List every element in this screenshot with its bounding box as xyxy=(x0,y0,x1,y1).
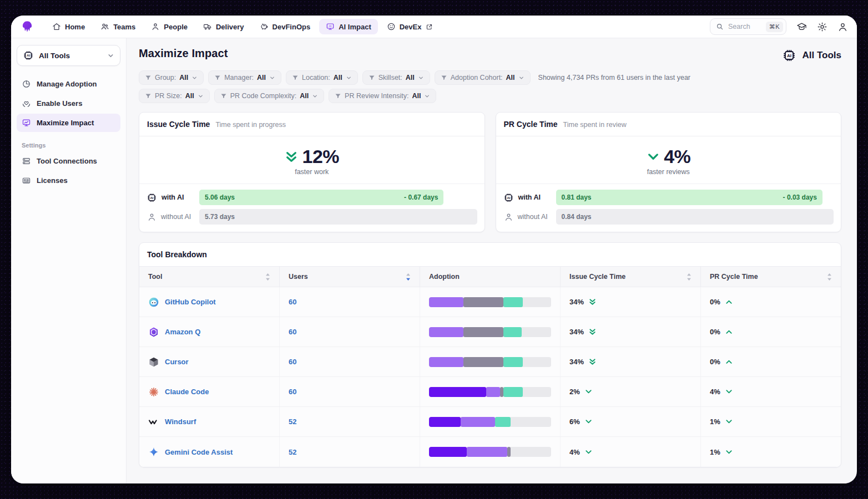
nav-item-label: Home xyxy=(65,23,85,31)
tool-selector-dropdown[interactable]: AI All Tools xyxy=(17,45,120,66)
adoption-bar xyxy=(429,447,551,457)
tool-link[interactable]: Cursor xyxy=(165,358,189,366)
delta-percentage: 12% xyxy=(302,146,339,167)
filter-group[interactable]: Group:All xyxy=(139,70,204,85)
chevron-down-icon xyxy=(424,93,430,99)
pr-trend-icon xyxy=(725,388,733,396)
filter-pr-size[interactable]: PR Size:All xyxy=(139,89,210,103)
pie-chart-icon xyxy=(22,79,31,89)
issue-trend-icon xyxy=(584,388,593,396)
tool-link[interactable]: Claude Code xyxy=(165,388,209,396)
issue-trend-icon xyxy=(588,358,597,366)
jellyfish-logo-icon[interactable] xyxy=(20,19,34,34)
funnel-icon xyxy=(292,74,299,81)
tool-link[interactable]: Windsurf xyxy=(165,417,196,426)
funnel-icon xyxy=(145,93,152,99)
pr-trend-icon xyxy=(725,417,733,426)
nav-item-label: People xyxy=(164,23,188,31)
with-ai-row: AI with AI 5.06 days - 0.67 days xyxy=(147,190,477,205)
sidebar-item-enable-users[interactable]: Enable Users xyxy=(17,94,120,113)
column-header-users[interactable]: Users xyxy=(280,267,420,287)
settings-gear-icon[interactable] xyxy=(817,22,827,32)
with-ai-row: AI with AI 0.81 days - 0.03 days xyxy=(503,190,834,205)
pr-trend-icon xyxy=(725,448,733,456)
sidebar-item-tool-connections[interactable]: Tool Connections xyxy=(17,152,120,170)
nav-item-ai-impact[interactable]: AI Impact xyxy=(319,19,378,34)
nav-item-devex[interactable]: DevEx xyxy=(380,19,440,34)
svg-text:AI: AI xyxy=(787,53,791,58)
without-ai-bar: 0.84 days xyxy=(556,209,834,225)
sidebar-item-manage-adoption[interactable]: Manage Adoption xyxy=(17,75,120,93)
person-icon xyxy=(504,212,513,222)
card-subtitle: Time spent in review xyxy=(563,121,627,129)
nav-item-label: AI Impact xyxy=(339,23,371,31)
column-header-pr-cycle-time[interactable]: PR Cycle Time xyxy=(701,267,841,287)
teams-icon xyxy=(100,22,109,31)
tool-link[interactable]: Gemini Code Assist xyxy=(165,448,233,456)
smiley-icon xyxy=(387,22,396,31)
search-shortcut-badge: ⌘K xyxy=(766,22,783,32)
with-ai-bar: 0.81 days - 0.03 days xyxy=(556,190,822,205)
academy-graduation-cap-icon[interactable] xyxy=(796,22,807,32)
adoption-bar xyxy=(429,417,551,427)
claude-code-icon xyxy=(148,386,159,398)
filter-manager[interactable]: Manager:All xyxy=(208,70,281,85)
tool-selector-label: All Tools xyxy=(39,52,102,60)
sidebar-item-label: Enable Users xyxy=(37,99,82,108)
users-link[interactable]: 60 xyxy=(289,358,296,366)
chevron-down-icon xyxy=(518,75,524,81)
nav-item-label: Teams xyxy=(113,23,135,31)
gemini-code-assist-icon xyxy=(148,446,159,457)
chevron-down-icon xyxy=(418,75,424,81)
table-row-gemini-code-assist: Gemini Code Assist 52 4% 1% xyxy=(139,437,841,467)
without-ai-row: without AI 0.84 days xyxy=(503,209,834,225)
users-link[interactable]: 52 xyxy=(289,417,296,426)
search-icon xyxy=(716,23,724,30)
table-row-claude-code: Claude Code 60 2% 4% xyxy=(139,377,841,407)
without-ai-row: without AI 5.73 days xyxy=(147,209,477,225)
nav-item-home[interactable]: Home xyxy=(46,19,92,34)
table-row-windsurf: Windsurf 52 6% 1% xyxy=(139,407,841,437)
filter-pr-review-intensity[interactable]: PR Review Intensity:All xyxy=(329,89,436,103)
filter-adoption-cohort[interactable]: Adoption Cohort:All xyxy=(435,70,531,85)
funnel-icon xyxy=(369,74,375,81)
users-link[interactable]: 60 xyxy=(289,388,296,396)
search-input[interactable]: Search ⌘K xyxy=(710,18,786,35)
nav-item-people[interactable]: People xyxy=(144,19,194,34)
nav-item-delivery[interactable]: Delivery xyxy=(196,19,251,34)
table-title: Tool Breakdown xyxy=(139,243,841,266)
column-header-tool[interactable]: Tool xyxy=(139,267,280,287)
table-row-cursor: Cursor 60 34% 0% xyxy=(139,347,841,377)
heart-hands-icon xyxy=(22,99,31,108)
card-subtitle: Time spent in progress xyxy=(215,121,286,129)
tool-link[interactable]: GitHub Copilot xyxy=(165,298,216,306)
user-profile-icon[interactable] xyxy=(837,22,848,32)
license-card-icon xyxy=(22,176,31,185)
nav-item-devfinops[interactable]: DevFinOps xyxy=(253,19,317,34)
users-link[interactable]: 60 xyxy=(289,328,296,336)
sidebar-item-label: Manage Adoption xyxy=(37,80,97,88)
filter-pr-code-complexity[interactable]: PR Code Complexity:All xyxy=(214,89,324,103)
pr-trend-icon xyxy=(725,298,733,306)
top-navigation: Home Teams People Delivery DevFinOps AI … xyxy=(11,16,857,38)
pr-trend-icon xyxy=(725,328,733,336)
users-link[interactable]: 52 xyxy=(289,448,296,456)
table-row-amazon-q: Amazon Q 60 34% 0% xyxy=(139,317,841,347)
filter-skillset[interactable]: Skillset:All xyxy=(362,70,430,85)
tool-link[interactable]: Amazon Q xyxy=(165,328,200,336)
person-icon xyxy=(151,22,160,31)
main-content: Maximize Impact AI All Tools Group:All xyxy=(127,38,857,483)
ai-chip-icon: AI xyxy=(782,48,796,63)
adoption-bar xyxy=(429,387,551,397)
truck-icon xyxy=(203,22,212,31)
adoption-bar xyxy=(429,327,551,337)
sidebar-item-maximize-impact[interactable]: Maximize Impact xyxy=(17,114,120,132)
filter-location[interactable]: Location:All xyxy=(286,70,358,85)
column-header-adoption[interactable]: Adoption xyxy=(420,267,561,287)
users-link[interactable]: 60 xyxy=(289,298,296,306)
column-header-issue-cycle-time[interactable]: Issue Cycle Time xyxy=(561,267,701,287)
nav-item-teams[interactable]: Teams xyxy=(94,19,142,34)
sidebar-item-licenses[interactable]: Licenses xyxy=(17,171,120,190)
amazon-q-icon xyxy=(148,327,159,338)
issue-trend-icon xyxy=(588,298,597,306)
